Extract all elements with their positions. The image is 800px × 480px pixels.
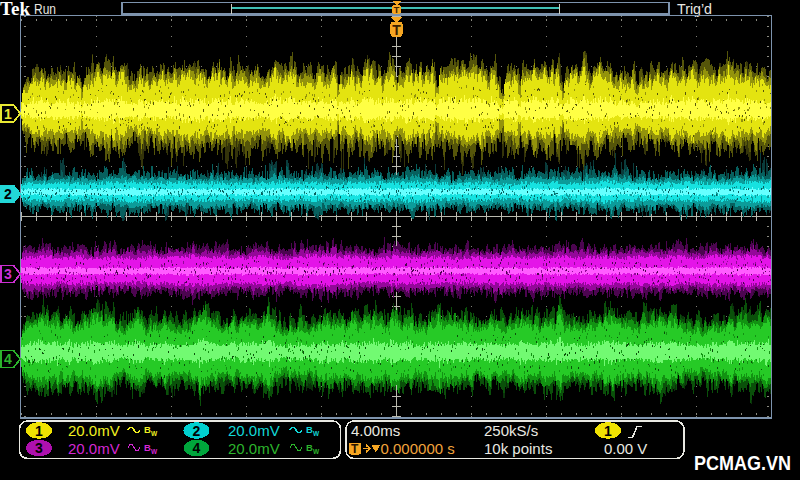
svg-text:B: B xyxy=(306,424,313,435)
svg-text:3: 3 xyxy=(4,266,12,282)
svg-text:20.0mV: 20.0mV xyxy=(68,440,120,457)
svg-text:1: 1 xyxy=(604,423,612,439)
svg-text:4: 4 xyxy=(4,351,12,367)
svg-text:4.00ms: 4.00ms xyxy=(351,422,400,439)
svg-text:B: B xyxy=(144,442,151,453)
svg-text:B: B xyxy=(144,424,151,435)
svg-text:10k points: 10k points xyxy=(484,440,552,457)
svg-text:2: 2 xyxy=(4,186,12,202)
svg-text:4: 4 xyxy=(193,440,201,456)
svg-text:2: 2 xyxy=(193,423,201,439)
svg-text:T: T xyxy=(394,5,400,15)
svg-text:Run: Run xyxy=(34,1,56,17)
svg-text:B: B xyxy=(306,442,313,453)
svg-text:0.000000 s: 0.000000 s xyxy=(381,440,455,457)
svg-text:3: 3 xyxy=(35,440,43,456)
svg-text:T: T xyxy=(351,442,359,456)
svg-text:0.00 V: 0.00 V xyxy=(604,440,647,457)
svg-text:20.0mV: 20.0mV xyxy=(68,422,120,439)
svg-text:W: W xyxy=(151,448,158,455)
svg-text:T: T xyxy=(392,22,401,38)
svg-text:Trig’d: Trig’d xyxy=(677,1,712,17)
svg-text:PCMAG.VN: PCMAG.VN xyxy=(694,452,791,474)
svg-text:W: W xyxy=(313,448,320,455)
svg-text:20.0mV: 20.0mV xyxy=(228,422,280,439)
svg-text:1: 1 xyxy=(4,106,12,122)
svg-text:20.0mV: 20.0mV xyxy=(228,440,280,457)
svg-text:250kS/s: 250kS/s xyxy=(484,422,538,439)
svg-text:W: W xyxy=(313,430,320,437)
svg-text:W: W xyxy=(151,430,158,437)
svg-text:1: 1 xyxy=(35,423,43,439)
